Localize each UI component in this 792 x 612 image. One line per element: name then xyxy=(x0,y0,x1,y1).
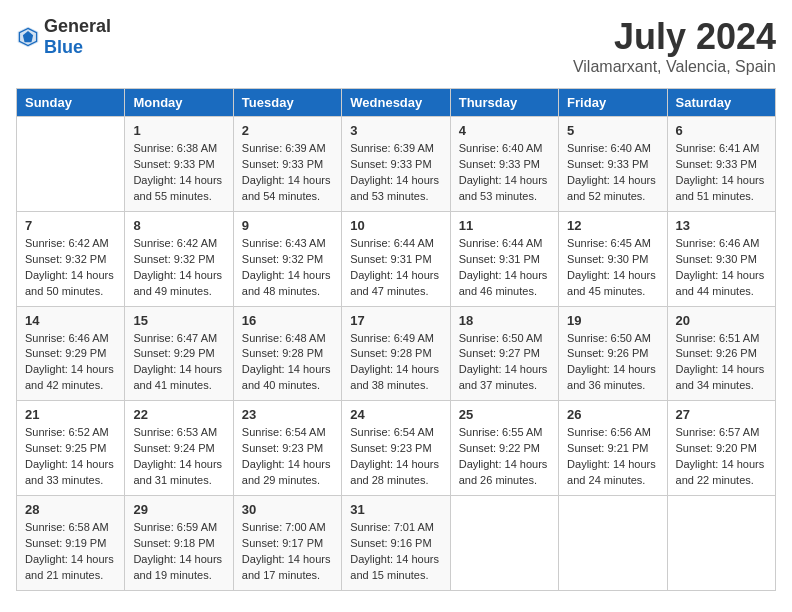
calendar-cell: 11Sunrise: 6:44 AM Sunset: 9:31 PM Dayli… xyxy=(450,211,558,306)
calendar-cell xyxy=(559,496,667,591)
calendar-cell: 2Sunrise: 6:39 AM Sunset: 9:33 PM Daylig… xyxy=(233,117,341,212)
day-number: 22 xyxy=(133,407,224,422)
day-info: Sunrise: 6:40 AM Sunset: 9:33 PM Dayligh… xyxy=(459,141,550,205)
day-info: Sunrise: 6:55 AM Sunset: 9:22 PM Dayligh… xyxy=(459,425,550,489)
calendar-cell: 3Sunrise: 6:39 AM Sunset: 9:33 PM Daylig… xyxy=(342,117,450,212)
day-info: Sunrise: 6:38 AM Sunset: 9:33 PM Dayligh… xyxy=(133,141,224,205)
weekday-header-sunday: Sunday xyxy=(17,89,125,117)
day-number: 21 xyxy=(25,407,116,422)
day-number: 31 xyxy=(350,502,441,517)
logo-text: General Blue xyxy=(44,16,111,58)
calendar-location: Vilamarxant, Valencia, Spain xyxy=(573,58,776,76)
calendar-cell: 22Sunrise: 6:53 AM Sunset: 9:24 PM Dayli… xyxy=(125,401,233,496)
calendar-cell: 15Sunrise: 6:47 AM Sunset: 9:29 PM Dayli… xyxy=(125,306,233,401)
weekday-header-tuesday: Tuesday xyxy=(233,89,341,117)
calendar-cell: 31Sunrise: 7:01 AM Sunset: 9:16 PM Dayli… xyxy=(342,496,450,591)
calendar-cell xyxy=(17,117,125,212)
day-info: Sunrise: 6:59 AM Sunset: 9:18 PM Dayligh… xyxy=(133,520,224,584)
day-number: 23 xyxy=(242,407,333,422)
calendar-cell: 26Sunrise: 6:56 AM Sunset: 9:21 PM Dayli… xyxy=(559,401,667,496)
day-number: 9 xyxy=(242,218,333,233)
day-number: 20 xyxy=(676,313,767,328)
day-number: 8 xyxy=(133,218,224,233)
calendar-cell: 16Sunrise: 6:48 AM Sunset: 9:28 PM Dayli… xyxy=(233,306,341,401)
calendar-cell: 23Sunrise: 6:54 AM Sunset: 9:23 PM Dayli… xyxy=(233,401,341,496)
day-number: 25 xyxy=(459,407,550,422)
weekday-header-monday: Monday xyxy=(125,89,233,117)
logo-blue: Blue xyxy=(44,37,83,57)
weekday-header-thursday: Thursday xyxy=(450,89,558,117)
day-info: Sunrise: 6:54 AM Sunset: 9:23 PM Dayligh… xyxy=(350,425,441,489)
day-info: Sunrise: 6:41 AM Sunset: 9:33 PM Dayligh… xyxy=(676,141,767,205)
day-info: Sunrise: 6:54 AM Sunset: 9:23 PM Dayligh… xyxy=(242,425,333,489)
logo-icon xyxy=(16,25,40,49)
calendar-cell: 13Sunrise: 6:46 AM Sunset: 9:30 PM Dayli… xyxy=(667,211,775,306)
day-number: 2 xyxy=(242,123,333,138)
day-info: Sunrise: 7:01 AM Sunset: 9:16 PM Dayligh… xyxy=(350,520,441,584)
day-info: Sunrise: 6:44 AM Sunset: 9:31 PM Dayligh… xyxy=(350,236,441,300)
calendar-cell: 7Sunrise: 6:42 AM Sunset: 9:32 PM Daylig… xyxy=(17,211,125,306)
day-info: Sunrise: 6:40 AM Sunset: 9:33 PM Dayligh… xyxy=(567,141,658,205)
day-number: 29 xyxy=(133,502,224,517)
calendar-cell: 29Sunrise: 6:59 AM Sunset: 9:18 PM Dayli… xyxy=(125,496,233,591)
day-info: Sunrise: 6:39 AM Sunset: 9:33 PM Dayligh… xyxy=(350,141,441,205)
weekday-header-row: SundayMondayTuesdayWednesdayThursdayFrid… xyxy=(17,89,776,117)
calendar-cell: 25Sunrise: 6:55 AM Sunset: 9:22 PM Dayli… xyxy=(450,401,558,496)
day-number: 14 xyxy=(25,313,116,328)
calendar-cell: 27Sunrise: 6:57 AM Sunset: 9:20 PM Dayli… xyxy=(667,401,775,496)
day-info: Sunrise: 6:51 AM Sunset: 9:26 PM Dayligh… xyxy=(676,331,767,395)
day-info: Sunrise: 6:52 AM Sunset: 9:25 PM Dayligh… xyxy=(25,425,116,489)
day-number: 11 xyxy=(459,218,550,233)
calendar-week-5: 28Sunrise: 6:58 AM Sunset: 9:19 PM Dayli… xyxy=(17,496,776,591)
calendar-cell: 12Sunrise: 6:45 AM Sunset: 9:30 PM Dayli… xyxy=(559,211,667,306)
day-info: Sunrise: 6:47 AM Sunset: 9:29 PM Dayligh… xyxy=(133,331,224,395)
calendar-cell xyxy=(450,496,558,591)
day-info: Sunrise: 6:44 AM Sunset: 9:31 PM Dayligh… xyxy=(459,236,550,300)
calendar-cell: 1Sunrise: 6:38 AM Sunset: 9:33 PM Daylig… xyxy=(125,117,233,212)
day-info: Sunrise: 6:42 AM Sunset: 9:32 PM Dayligh… xyxy=(25,236,116,300)
title-block: July 2024 Vilamarxant, Valencia, Spain xyxy=(573,16,776,76)
calendar-cell xyxy=(667,496,775,591)
day-info: Sunrise: 6:56 AM Sunset: 9:21 PM Dayligh… xyxy=(567,425,658,489)
day-info: Sunrise: 6:42 AM Sunset: 9:32 PM Dayligh… xyxy=(133,236,224,300)
day-number: 28 xyxy=(25,502,116,517)
calendar-cell: 4Sunrise: 6:40 AM Sunset: 9:33 PM Daylig… xyxy=(450,117,558,212)
calendar-week-3: 14Sunrise: 6:46 AM Sunset: 9:29 PM Dayli… xyxy=(17,306,776,401)
day-number: 3 xyxy=(350,123,441,138)
calendar-cell: 6Sunrise: 6:41 AM Sunset: 9:33 PM Daylig… xyxy=(667,117,775,212)
day-number: 12 xyxy=(567,218,658,233)
day-number: 6 xyxy=(676,123,767,138)
day-number: 16 xyxy=(242,313,333,328)
day-info: Sunrise: 6:46 AM Sunset: 9:30 PM Dayligh… xyxy=(676,236,767,300)
calendar-cell: 5Sunrise: 6:40 AM Sunset: 9:33 PM Daylig… xyxy=(559,117,667,212)
day-number: 5 xyxy=(567,123,658,138)
calendar-cell: 20Sunrise: 6:51 AM Sunset: 9:26 PM Dayli… xyxy=(667,306,775,401)
weekday-header-saturday: Saturday xyxy=(667,89,775,117)
day-info: Sunrise: 6:49 AM Sunset: 9:28 PM Dayligh… xyxy=(350,331,441,395)
page-header: General Blue July 2024 Vilamarxant, Vale… xyxy=(16,16,776,76)
day-info: Sunrise: 6:43 AM Sunset: 9:32 PM Dayligh… xyxy=(242,236,333,300)
day-info: Sunrise: 6:53 AM Sunset: 9:24 PM Dayligh… xyxy=(133,425,224,489)
calendar-cell: 14Sunrise: 6:46 AM Sunset: 9:29 PM Dayli… xyxy=(17,306,125,401)
calendar-title: July 2024 xyxy=(573,16,776,58)
calendar-cell: 18Sunrise: 6:50 AM Sunset: 9:27 PM Dayli… xyxy=(450,306,558,401)
calendar-cell: 19Sunrise: 6:50 AM Sunset: 9:26 PM Dayli… xyxy=(559,306,667,401)
day-number: 4 xyxy=(459,123,550,138)
weekday-header-friday: Friday xyxy=(559,89,667,117)
day-number: 19 xyxy=(567,313,658,328)
day-info: Sunrise: 6:57 AM Sunset: 9:20 PM Dayligh… xyxy=(676,425,767,489)
calendar-cell: 10Sunrise: 6:44 AM Sunset: 9:31 PM Dayli… xyxy=(342,211,450,306)
day-number: 10 xyxy=(350,218,441,233)
logo-general: General xyxy=(44,16,111,36)
day-number: 17 xyxy=(350,313,441,328)
day-info: Sunrise: 6:58 AM Sunset: 9:19 PM Dayligh… xyxy=(25,520,116,584)
logo: General Blue xyxy=(16,16,111,58)
calendar-cell: 21Sunrise: 6:52 AM Sunset: 9:25 PM Dayli… xyxy=(17,401,125,496)
weekday-header-wednesday: Wednesday xyxy=(342,89,450,117)
day-number: 30 xyxy=(242,502,333,517)
day-number: 27 xyxy=(676,407,767,422)
day-info: Sunrise: 6:48 AM Sunset: 9:28 PM Dayligh… xyxy=(242,331,333,395)
calendar-week-2: 7Sunrise: 6:42 AM Sunset: 9:32 PM Daylig… xyxy=(17,211,776,306)
day-number: 15 xyxy=(133,313,224,328)
day-info: Sunrise: 6:50 AM Sunset: 9:26 PM Dayligh… xyxy=(567,331,658,395)
